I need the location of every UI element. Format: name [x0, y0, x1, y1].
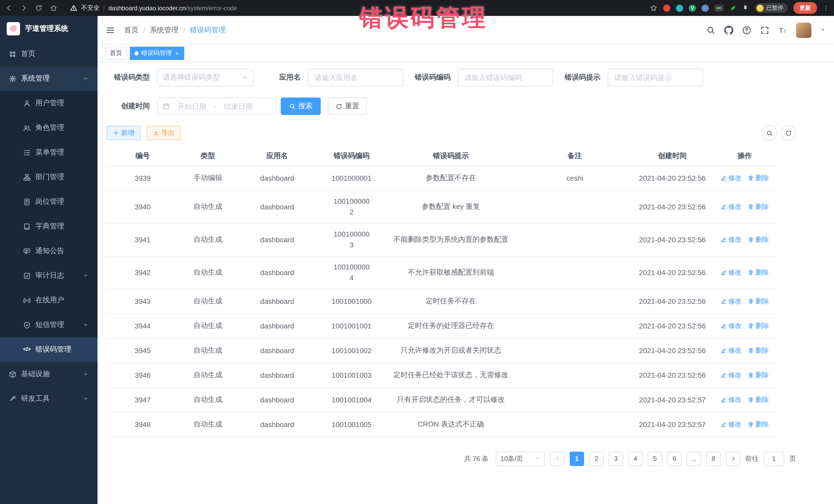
page-content: 错误码类型 请选择错误码类型 应用名 错误码编码 错误码提示 — [97, 69, 834, 466]
delete-link[interactable]: 删除 — [748, 321, 769, 330]
sidebar-item-14[interactable]: 研发工具 — [0, 387, 97, 411]
github-icon[interactable] — [724, 25, 733, 35]
extensions-puzzle-icon[interactable] — [742, 4, 749, 12]
tag-1[interactable]: 错误码管理 — [130, 46, 184, 60]
fullscreen-icon[interactable] — [760, 25, 769, 35]
font-size-icon[interactable]: TT — [778, 25, 787, 35]
edit-link[interactable]: 修改 — [721, 371, 742, 380]
show-search-button[interactable] — [762, 125, 777, 140]
start-date-input[interactable] — [172, 102, 212, 110]
cell-msg: 不能删除类型为系统内置的参数配置 — [386, 223, 516, 256]
sidebar-item-0[interactable]: 首页 — [0, 42, 97, 66]
cell-actions: 修改删除 — [711, 388, 778, 412]
edit-link[interactable]: 修改 — [721, 202, 742, 212]
export-button[interactable]: 导出 — [147, 126, 181, 140]
app-name-input[interactable] — [308, 69, 403, 86]
edit-link[interactable]: 修改 — [721, 321, 742, 330]
search-button[interactable]: 搜索 — [281, 97, 321, 115]
delete-link[interactable]: 删除 — [748, 395, 769, 404]
edit-icon — [721, 397, 727, 403]
page-button-1[interactable]: 1 — [570, 452, 584, 466]
delete-link[interactable]: 删除 — [748, 371, 769, 380]
sidebar-item-3[interactable]: 角色管理 — [0, 115, 97, 140]
edit-link[interactable]: 修改 — [721, 235, 742, 244]
help-icon[interactable] — [742, 25, 751, 35]
url-text: dashboard.yudao.iocoder.cn/system/error-… — [108, 4, 237, 12]
error-code-input[interactable] — [458, 69, 553, 86]
add-button[interactable]: 新增 — [107, 126, 140, 140]
extension-leaf-icon[interactable] — [729, 4, 737, 12]
bookmark-star-icon[interactable] — [650, 4, 657, 12]
extension-blue-icon[interactable] — [702, 4, 709, 12]
breadcrumb-item-1[interactable]: 系统管理 — [150, 25, 179, 35]
sidebar-item-4[interactable]: 菜单管理 — [0, 140, 97, 165]
delete-link[interactable]: 删除 — [748, 346, 769, 355]
extension-on-badge[interactable]: on — [715, 4, 724, 12]
delete-link[interactable]: 删除 — [748, 297, 769, 306]
sidebar-item-6[interactable]: 岗位管理 — [0, 190, 97, 214]
user-avatar[interactable] — [796, 22, 811, 38]
browser-reload-icon[interactable] — [35, 4, 43, 12]
sidebar-item-12[interactable]: </>错误码管理 — [0, 337, 97, 362]
page-button-2[interactable]: 2 — [589, 452, 603, 466]
extension-red-icon[interactable] — [663, 4, 670, 12]
page-button-8[interactable]: 8 — [706, 452, 721, 466]
breadcrumb-item-0[interactable]: 首页 — [124, 25, 138, 35]
next-page-button[interactable] — [726, 452, 740, 466]
browser-back-icon[interactable] — [5, 4, 13, 12]
browser-home-icon[interactable] — [50, 4, 58, 12]
sidebar-item-5[interactable]: 部门管理 — [0, 165, 97, 190]
extension-vue-devtools-icon[interactable]: V — [689, 4, 696, 12]
browser-menu-icon[interactable] — [823, 4, 829, 12]
address-bar[interactable]: 不安全 | dashboard.yudao.iocoder.cn/system/… — [70, 4, 237, 12]
page-button-5[interactable]: 5 — [648, 452, 662, 466]
sidebar-item-label: 在线用户 — [36, 295, 64, 305]
browser-forward-icon[interactable] — [20, 4, 28, 12]
delete-link[interactable]: 删除 — [748, 420, 769, 429]
edit-link[interactable]: 修改 — [721, 174, 742, 183]
edit-link[interactable]: 修改 — [721, 268, 742, 277]
sidebar-item-2[interactable]: 用户管理 — [0, 91, 97, 115]
sidebar-item-9[interactable]: 审计日志 — [0, 263, 97, 288]
page-size-select[interactable]: 10条/页 — [496, 452, 545, 466]
edit-link[interactable]: 修改 — [721, 346, 742, 355]
error-msg-input[interactable] — [608, 69, 703, 86]
date-range-picker[interactable]: - — [157, 97, 277, 115]
page-button-6[interactable]: 6 — [667, 452, 682, 466]
sidebar-item-13[interactable]: 基础设施 — [0, 362, 97, 387]
end-date-input[interactable] — [218, 102, 258, 110]
delete-link[interactable]: 删除 — [748, 174, 769, 183]
page-button-3[interactable]: 3 — [609, 452, 623, 466]
edit-link[interactable]: 修改 — [721, 395, 742, 404]
delete-link[interactable]: 删除 — [748, 202, 769, 212]
edit-link[interactable]: 修改 — [721, 297, 742, 306]
prev-page-button[interactable] — [550, 452, 565, 466]
reset-button[interactable]: 重置 — [328, 97, 367, 115]
extension-teal-icon[interactable] — [676, 4, 683, 12]
delete-link[interactable]: 删除 — [748, 235, 769, 244]
delete-link[interactable]: 删除 — [748, 268, 769, 277]
error-type-placeholder: 请选择错误码类型 — [163, 73, 220, 82]
sidebar-item-8[interactable]: 通知公告 — [0, 239, 97, 263]
goto-page-input[interactable] — [764, 452, 784, 466]
edit-link[interactable]: 修改 — [721, 420, 742, 429]
tag-active-dot — [134, 51, 138, 55]
refresh-table-button[interactable] — [781, 125, 796, 140]
sidebar-item-11[interactable]: 短信管理 — [0, 312, 97, 337]
sidebar-toggle-icon[interactable] — [106, 25, 115, 35]
cell-id: 3948 — [107, 412, 179, 437]
sidebar-item-7[interactable]: 字典管理 — [0, 214, 97, 239]
cell-msg: 定时任务已经处于该状态，无需修改 — [386, 363, 516, 388]
sidebar-item-1[interactable]: 系统管理 — [0, 66, 97, 91]
close-icon[interactable] — [175, 50, 180, 56]
search-icon[interactable] — [706, 25, 716, 35]
page-button-4[interactable]: 4 — [628, 452, 642, 466]
caret-down-icon[interactable] — [820, 27, 826, 33]
pager-ellipsis[interactable]: ... — [687, 452, 701, 466]
sidebar-item-10[interactable]: 在线用户 — [0, 288, 97, 312]
url-path: /system/error-code — [186, 4, 237, 12]
profile-paused-badge[interactable]: 已暂停 — [755, 3, 788, 13]
browser-update-button[interactable]: 更新 — [793, 2, 817, 14]
tag-0[interactable]: 首页 — [105, 46, 127, 60]
error-type-select[interactable]: 请选择错误码类型 — [157, 69, 254, 86]
